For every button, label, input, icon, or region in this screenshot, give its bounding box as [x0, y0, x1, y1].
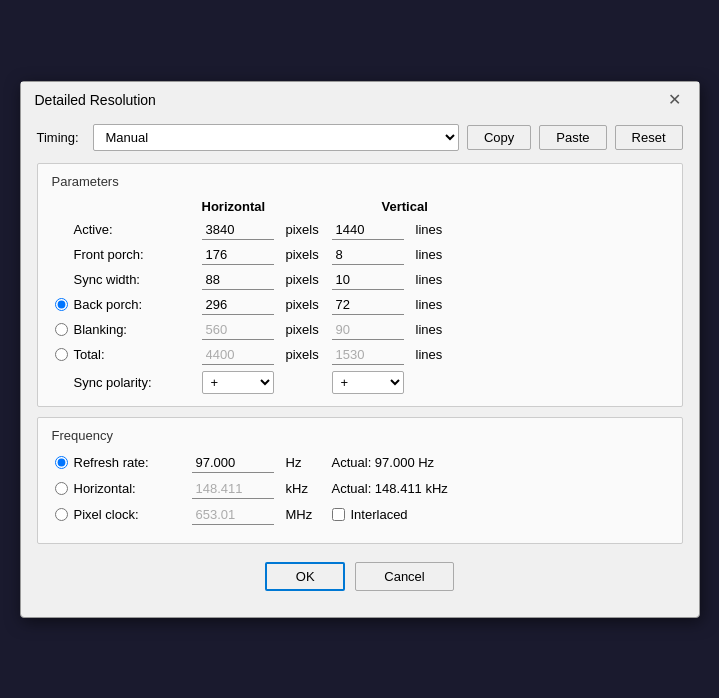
sync-v-select[interactable]: + -	[332, 371, 404, 394]
refresh-rate-row: Refresh rate: Hz Actual: 97.000 Hz	[52, 453, 668, 473]
blanking-label: Blanking:	[72, 322, 202, 337]
refresh-rate-input[interactable]	[192, 453, 274, 473]
frequency-section: Frequency Refresh rate: Hz Actual: 97.00…	[37, 417, 683, 544]
front-porch-v-unit: lines	[412, 247, 462, 262]
sync-h-select[interactable]: + -	[202, 371, 274, 394]
timing-select[interactable]: Manual	[93, 124, 459, 151]
horizontal-rate-label: Horizontal:	[72, 481, 192, 496]
horizontal-rate-row: Horizontal: kHz Actual: 148.411 kHz	[52, 479, 668, 499]
active-h-input[interactable]	[202, 220, 274, 240]
params-header: Horizontal Vertical	[52, 199, 668, 214]
pixel-clock-row: Pixel clock: MHz Interlaced	[52, 505, 668, 525]
back-porch-radio[interactable]	[55, 298, 68, 311]
pixel-clock-input[interactable]	[192, 505, 274, 525]
sync-width-v-unit: lines	[412, 272, 462, 287]
back-porch-v-unit: lines	[412, 297, 462, 312]
blanking-h-input[interactable]	[202, 320, 274, 340]
sync-width-v-input[interactable]	[332, 270, 404, 290]
total-row: Total: pixels lines	[52, 345, 668, 365]
parameters-title: Parameters	[52, 174, 668, 189]
sync-polarity-row: Sync polarity: + - + -	[52, 371, 668, 394]
dialog-body: Timing: Manual Copy Paste Reset Paramete…	[21, 116, 699, 617]
blanking-v-input[interactable]	[332, 320, 404, 340]
reset-button[interactable]: Reset	[615, 125, 683, 150]
sync-width-row: Sync width: pixels lines	[52, 270, 668, 290]
blanking-radio[interactable]	[55, 323, 68, 336]
blanking-h-unit: pixels	[282, 322, 332, 337]
pixel-clock-label: Pixel clock:	[72, 507, 192, 522]
active-v-input[interactable]	[332, 220, 404, 240]
active-v-unit: lines	[412, 222, 462, 237]
pixel-clock-unit: MHz	[282, 507, 332, 522]
cancel-button[interactable]: Cancel	[355, 562, 453, 591]
horizontal-rate-radio[interactable]	[55, 482, 68, 495]
pixel-clock-radio[interactable]	[55, 508, 68, 521]
refresh-rate-label: Refresh rate:	[72, 455, 192, 470]
total-v-input[interactable]	[332, 345, 404, 365]
horizontal-rate-input[interactable]	[192, 479, 274, 499]
interlaced-row: Interlaced	[332, 507, 668, 522]
ok-button[interactable]: OK	[265, 562, 345, 591]
total-radio[interactable]	[55, 348, 68, 361]
frequency-title: Frequency	[52, 428, 668, 443]
horizontal-rate-unit: kHz	[282, 481, 332, 496]
vertical-header: Vertical	[382, 199, 482, 214]
back-porch-h-input[interactable]	[202, 295, 274, 315]
timing-row: Timing: Manual Copy Paste Reset	[37, 124, 683, 151]
refresh-rate-radio[interactable]	[55, 456, 68, 469]
front-porch-h-unit: pixels	[282, 247, 332, 262]
paste-button[interactable]: Paste	[539, 125, 606, 150]
back-porch-label: Back porch:	[72, 297, 202, 312]
active-label: Active:	[72, 222, 202, 237]
blanking-v-unit: lines	[412, 322, 462, 337]
interlaced-checkbox[interactable]	[332, 508, 345, 521]
sync-width-h-input[interactable]	[202, 270, 274, 290]
interlaced-label: Interlaced	[351, 507, 408, 522]
title-bar: Detailed Resolution ✕	[21, 82, 699, 116]
total-v-unit: lines	[412, 347, 462, 362]
timing-label: Timing:	[37, 130, 85, 145]
parameters-section: Parameters Horizontal Vertical Active: p…	[37, 163, 683, 407]
refresh-rate-actual: Actual: 97.000 Hz	[332, 455, 668, 470]
active-h-unit: pixels	[282, 222, 332, 237]
front-porch-h-input[interactable]	[202, 245, 274, 265]
back-porch-row: Back porch: pixels lines	[52, 295, 668, 315]
close-button[interactable]: ✕	[664, 92, 685, 108]
total-h-input[interactable]	[202, 345, 274, 365]
horizontal-header: Horizontal	[202, 199, 322, 214]
sync-width-label: Sync width:	[72, 272, 202, 287]
dialog: Detailed Resolution ✕ Timing: Manual Cop…	[20, 81, 700, 618]
front-porch-label: Front porch:	[72, 247, 202, 262]
front-porch-row: Front porch: pixels lines	[52, 245, 668, 265]
back-porch-h-unit: pixels	[282, 297, 332, 312]
active-row: Active: pixels lines	[52, 220, 668, 240]
dialog-footer: OK Cancel	[37, 556, 683, 605]
front-porch-v-input[interactable]	[332, 245, 404, 265]
copy-button[interactable]: Copy	[467, 125, 531, 150]
sync-width-h-unit: pixels	[282, 272, 332, 287]
refresh-rate-unit: Hz	[282, 455, 332, 470]
dialog-title: Detailed Resolution	[35, 92, 156, 108]
total-label: Total:	[72, 347, 202, 362]
blanking-row: Blanking: pixels lines	[52, 320, 668, 340]
total-h-unit: pixels	[282, 347, 332, 362]
back-porch-v-input[interactable]	[332, 295, 404, 315]
sync-polarity-label: Sync polarity:	[72, 375, 202, 390]
horizontal-rate-actual: Actual: 148.411 kHz	[332, 481, 668, 496]
